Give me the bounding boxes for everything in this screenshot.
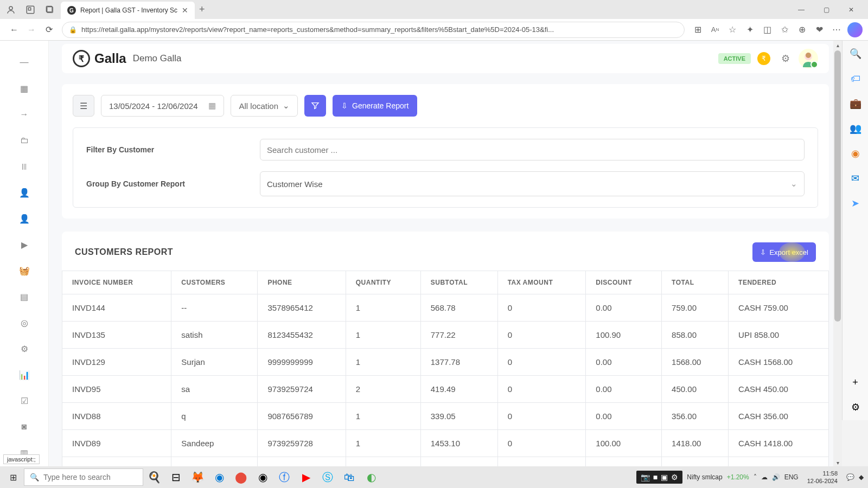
window-maximize-button[interactable]: ▢	[814, 1, 839, 18]
browser-forward-button[interactable]: →	[23, 21, 40, 38]
sidebar-user-icon[interactable]: 👤	[19, 187, 30, 198]
filter-button[interactable]	[304, 95, 326, 117]
sidebar-check-icon[interactable]: ☑	[19, 395, 30, 406]
edge-outlook-icon[interactable]: ✉	[849, 172, 862, 185]
sidebar-settings-icon[interactable]: ⚙	[19, 343, 30, 354]
table-row[interactable]: INVD89Sandeep973925972811453.100100.0014…	[62, 430, 829, 457]
table-row[interactable]: INVD88q90876567891339.0500.00356.00CASH …	[62, 403, 829, 430]
start-button[interactable]: ⊞	[2, 466, 24, 488]
scroll-up-icon[interactable]: ▴	[833, 41, 842, 49]
table-header[interactable]: DISCOUNT	[586, 271, 662, 294]
sidebar-folder-icon[interactable]: 🗀	[19, 135, 30, 146]
table-header[interactable]: SUBTOTAL	[420, 271, 497, 294]
favorite-icon[interactable]: ☆	[724, 21, 741, 38]
taskbar-search[interactable]: 🔍 Type here to search	[24, 468, 143, 486]
customer-search-input[interactable]	[260, 139, 805, 160]
export-excel-button[interactable]: ⇩ Export excel	[752, 242, 816, 262]
browser-refresh-button[interactable]: ⟳	[40, 21, 58, 38]
taskbar-edge-icon[interactable]: ◉	[208, 466, 230, 488]
sidebar-basket-icon[interactable]: 🧺	[19, 265, 30, 276]
edge-send-icon[interactable]: ➤	[849, 197, 862, 210]
filter-menu-button[interactable]: ☰	[73, 95, 94, 117]
taskbar-cooking-icon[interactable]: 🍳	[143, 466, 165, 488]
tab-actions-icon[interactable]	[43, 3, 56, 16]
sidebar-dashboard-icon[interactable]: ▦	[19, 83, 30, 94]
table-row[interactable]: INVD95sa97392597242419.4900.00450.00CASH…	[62, 376, 829, 403]
edge-tools-icon[interactable]: 💼	[849, 97, 862, 110]
edge-search-icon[interactable]: 🔍	[849, 47, 862, 60]
sidebar-user2-icon[interactable]: 👤	[19, 213, 30, 224]
tray-notification-icon[interactable]: 💬	[846, 473, 854, 481]
extensions-icon[interactable]: ✦	[741, 21, 758, 38]
table-row[interactable]: INVD135satish81234554321777.220100.90858…	[62, 322, 829, 349]
edge-add-icon[interactable]: +	[849, 376, 862, 389]
avatar[interactable]	[799, 49, 818, 68]
edge-office-icon[interactable]: ◉	[849, 147, 862, 160]
address-bar[interactable]: 🔒 https://retail.galla.app/mystorev2/rep…	[62, 22, 685, 38]
table-header[interactable]: TAX AMOUNT	[497, 271, 586, 294]
sidebar-play-icon[interactable]: ▶	[19, 239, 30, 250]
header-settings-icon[interactable]: ⚙	[777, 50, 794, 67]
taskbar-taskview-icon[interactable]: ⊟	[165, 466, 187, 488]
sidebar-camera-icon[interactable]: ◙	[19, 421, 30, 432]
browser-tab[interactable]: G Report | Galla GST - Inventory Sc ✕	[61, 2, 195, 19]
date-range-picker[interactable]: 13/05/2024 - 12/06/2024 ▦	[101, 95, 224, 117]
taskbar-youtube-icon[interactable]: ▶	[295, 466, 317, 488]
app-logo[interactable]: ₹ Galla	[73, 50, 126, 67]
tray-volume-icon[interactable]: 🔊	[772, 473, 780, 481]
stock-change[interactable]: +1.20%	[727, 473, 749, 481]
stock-name[interactable]: Nifty smlcap	[687, 473, 722, 481]
window-close-button[interactable]: ✕	[839, 1, 864, 18]
taskbar-facebook-icon[interactable]: ⓕ	[273, 466, 295, 488]
layout-icon[interactable]: ⊞	[689, 21, 706, 38]
table-row[interactable]: INVD90--67898765671339.0500.00356.00CASH…	[62, 457, 829, 467]
tray-cloud-icon[interactable]: ☁	[761, 473, 768, 481]
taskbar-record-icon[interactable]: ⬤	[230, 466, 252, 488]
table-header[interactable]: TENDERED	[729, 271, 829, 294]
scroll-thumb[interactable]	[834, 50, 841, 322]
sidebar-chart-icon[interactable]: 📊	[19, 369, 30, 380]
table-header[interactable]: CUSTOMERS	[171, 271, 258, 294]
sidebar-collapse-icon[interactable]: —	[19, 57, 30, 68]
text-size-icon[interactable]: AN	[706, 21, 724, 38]
table-header[interactable]: INVOICE NUMBER	[62, 271, 171, 294]
copilot-icon[interactable]	[847, 22, 863, 37]
edge-settings-icon[interactable]: ⚙	[849, 401, 862, 414]
sidebar-barcode-icon[interactable]: ⫼	[19, 161, 30, 172]
table-row[interactable]: INVD144--35789654121568.7800.00759.00CAS…	[62, 294, 829, 322]
taskbar-app-icon[interactable]: ◐	[360, 466, 382, 488]
split-screen-icon[interactable]: ◫	[758, 21, 776, 38]
scrollbar[interactable]: ▴ ▾	[833, 41, 842, 467]
coin-icon[interactable]: ₹	[757, 52, 770, 65]
taskbar-store-icon[interactable]: 🛍	[339, 466, 360, 488]
table-header[interactable]: PHONE	[258, 271, 346, 294]
table-header[interactable]: TOTAL	[662, 271, 729, 294]
tray-app-icon[interactable]: ◆	[859, 473, 864, 481]
new-tab-button[interactable]: +	[199, 4, 205, 15]
collections-icon[interactable]: ⊕	[793, 21, 810, 38]
taskbar-skype-icon[interactable]: Ⓢ	[317, 466, 339, 488]
workspaces-icon[interactable]	[24, 3, 37, 16]
taskbar-chrome-icon[interactable]: ◉	[252, 466, 273, 488]
tray-chevron-icon[interactable]: ˄	[754, 473, 757, 481]
edge-shopping-icon[interactable]: 🏷	[849, 72, 862, 85]
taskbar-widget[interactable]: 📷 ■ ▣ ⚙	[636, 471, 682, 484]
table-header[interactable]: QUANTITY	[346, 271, 420, 294]
tray-clock[interactable]: 11:58 12-06-2024	[803, 470, 842, 485]
tab-close-icon[interactable]: ✕	[182, 6, 188, 15]
location-select[interactable]: All location ⌄	[231, 95, 298, 117]
tray-lang[interactable]: ENG	[784, 473, 799, 481]
sidebar-location-icon[interactable]: ◎	[19, 317, 30, 328]
browser-back-button[interactable]: ←	[5, 21, 23, 38]
generate-report-button[interactable]: ⇩ Generate Report	[333, 95, 417, 117]
sidebar-arrow-icon[interactable]: →	[19, 109, 30, 120]
window-minimize-button[interactable]: —	[789, 1, 814, 18]
scroll-down-icon[interactable]: ▾	[833, 458, 842, 467]
favorites-bar-icon[interactable]: ✩	[776, 21, 793, 38]
group-by-select[interactable]: Customer Wise ⌄	[260, 171, 805, 196]
profile-icon[interactable]	[4, 3, 17, 16]
browser-menu-icon[interactable]: ⋯	[828, 21, 845, 38]
taskbar-firefox-icon[interactable]: 🦊	[187, 466, 208, 488]
table-row[interactable]: INVD129Surjan999999999911377.7800.001568…	[62, 349, 829, 376]
sidebar-book-icon[interactable]: ▤	[19, 291, 30, 302]
